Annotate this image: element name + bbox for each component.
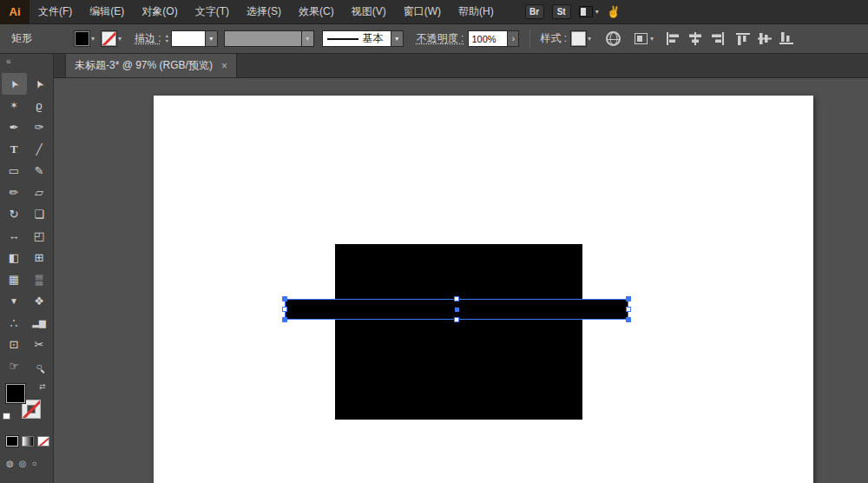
opacity-flyout-button[interactable]: › (508, 30, 519, 47)
selection-handle-se[interactable] (626, 317, 631, 322)
menu-item[interactable]: 编辑(E) (81, 0, 133, 23)
swap-fill-stroke-icon[interactable]: ⇄ (39, 382, 46, 391)
lasso-tool[interactable]: ϱ (27, 95, 52, 116)
separator (529, 30, 530, 49)
draw-inside-button[interactable]: ○ (31, 459, 36, 468)
selection-handle-w[interactable] (282, 307, 287, 312)
align-horizontal-left-icon (666, 32, 681, 45)
align-vertical-bottom-button[interactable] (778, 30, 795, 47)
align-vertical-center-button[interactable] (756, 30, 773, 47)
column-graph-tool[interactable]: ▂▆ (27, 312, 52, 334)
selected-rectangle-shape[interactable] (286, 300, 628, 319)
draw-normal-button[interactable]: ◍ (6, 459, 14, 468)
rectangle-tool[interactable]: ▭ (2, 160, 27, 182)
chevron-down-icon: ▾ (595, 9, 599, 16)
width-tool[interactable]: ↔ (2, 225, 27, 247)
width-profile-field (225, 31, 301, 46)
bridge-button[interactable]: Br (525, 4, 544, 19)
selection-handle-n[interactable] (454, 296, 459, 301)
selection-tool[interactable]: ➤ (2, 73, 27, 95)
magic-wand-tool[interactable]: ✶ (2, 95, 27, 116)
recolor-artwork-icon[interactable] (606, 31, 621, 46)
collapse-panel-button[interactable]: « (0, 54, 53, 69)
align-panel-icon (635, 33, 648, 44)
control-bar: 矩形 ▾ ▾ 描边 : ▴ ▾ ▾ ▾ 基本 ▾ 不透明度 : › (0, 24, 868, 54)
style-dropdown[interactable]: ▾ (571, 31, 591, 46)
stroke-weight-stepper[interactable]: ▴ ▾ (166, 34, 168, 44)
pen-tool[interactable]: ✒ (2, 116, 27, 138)
gradient-button[interactable] (22, 436, 34, 447)
align-horizontal-right-icon (709, 32, 725, 45)
align-vertical-top-button[interactable] (734, 30, 752, 47)
menu-item[interactable]: 效果(C) (290, 0, 343, 23)
line-segment-tool[interactable]: ╱ (27, 138, 52, 160)
width-profile-dropdown: ▾ (224, 30, 314, 47)
selection-handle-s[interactable] (454, 317, 459, 322)
none-button[interactable] (37, 436, 49, 447)
touch-workspace-button[interactable]: ✌ (607, 5, 621, 18)
align-vertical-top-icon (735, 32, 751, 45)
shape-builder-tool[interactable]: ◧ (2, 247, 27, 268)
align-horizontal-center-button[interactable] (687, 30, 704, 47)
menu-item[interactable]: 对象(O) (133, 0, 186, 23)
stroke-weight-combo[interactable]: ▾ (171, 30, 218, 47)
fill-color-swatch (75, 31, 89, 46)
fill-swatch[interactable] (6, 384, 25, 403)
stroke-color-dropdown[interactable]: ▾ (102, 31, 122, 46)
eraser-tool[interactable]: ▱ (27, 182, 52, 203)
type-tool[interactable]: T (2, 138, 27, 160)
menu-item[interactable]: 帮助(H) (450, 0, 503, 23)
default-fill-stroke-icon[interactable] (3, 413, 10, 420)
black-rectangle-shape[interactable] (335, 244, 582, 420)
gradient-tool[interactable]: ▒ (27, 268, 52, 290)
document-tab[interactable]: 未标题-3* @ 97% (RGB/预览) × (65, 54, 237, 77)
menu-item[interactable]: 视图(V) (343, 0, 395, 23)
align-horizontal-right-button[interactable] (708, 30, 726, 47)
selection-handle-e[interactable] (626, 307, 631, 312)
none-slash-icon (23, 400, 41, 419)
rotate-tool[interactable]: ↻ (2, 203, 27, 225)
close-tab-icon[interactable]: × (221, 60, 227, 72)
eyedropper-tool[interactable]: ▼ (2, 290, 27, 312)
scale-tool[interactable]: ❏ (27, 203, 52, 225)
arrange-documents-icon (579, 6, 593, 17)
color-button[interactable] (6, 436, 18, 447)
fill-color-dropdown[interactable]: ▾ (75, 31, 95, 46)
style-label: 样式 : (540, 31, 567, 46)
menu-item[interactable]: 窗口(W) (395, 0, 450, 23)
zoom-tool[interactable]: ○ (27, 355, 52, 377)
stock-button[interactable]: St (552, 4, 571, 19)
menu-item[interactable]: 文件(F) (30, 0, 81, 23)
align-horizontal-left-button[interactable] (665, 30, 682, 47)
menu-item[interactable]: 选择(S) (238, 0, 290, 23)
menu-item[interactable]: 文字(T) (187, 0, 238, 23)
selection-handle-nw[interactable] (282, 296, 287, 301)
arrange-documents-button[interactable]: ▾ (579, 6, 599, 17)
mesh-tool[interactable]: ▦ (2, 268, 27, 290)
blend-tool[interactable]: ❖ (27, 290, 52, 312)
opacity-label[interactable]: 不透明度 : (417, 31, 464, 46)
chevron-down-icon: ▾ (650, 36, 654, 43)
symbol-sprayer-tool[interactable]: ∴ (2, 312, 27, 334)
stroke-weight-label[interactable]: 描边 : (135, 31, 161, 46)
curvature-tool[interactable]: ✑ (27, 116, 52, 138)
chevron-down-icon: ▾ (118, 36, 122, 43)
stroke-weight-input[interactable] (172, 31, 205, 46)
draw-behind-button[interactable]: ◎ (19, 459, 27, 468)
direct-selection-tool[interactable]: ➤ (27, 73, 52, 95)
free-transform-tool[interactable]: ◰ (27, 225, 52, 247)
slice-tool[interactable]: ✂ (27, 334, 52, 355)
shaper-tool[interactable]: ✏ (2, 182, 27, 203)
selection-handle-sw[interactable] (282, 317, 287, 322)
spin-down-icon[interactable]: ▾ (166, 39, 168, 44)
canvas[interactable] (54, 78, 868, 483)
selection-handle-ne[interactable] (626, 296, 631, 301)
paintbrush-tool[interactable]: ✎ (27, 160, 52, 182)
perspective-grid-tool[interactable]: ⊞ (27, 247, 52, 268)
document-area: 未标题-3* @ 97% (RGB/预览) × (54, 54, 868, 483)
brush-definition-dropdown[interactable]: 基本 ▾ (322, 30, 404, 47)
artboard-tool[interactable]: ⊡ (2, 334, 27, 355)
hand-tool[interactable]: ☞ (2, 355, 27, 377)
opacity-input[interactable] (468, 30, 508, 47)
align-options-dropdown[interactable]: ▾ (635, 33, 654, 44)
